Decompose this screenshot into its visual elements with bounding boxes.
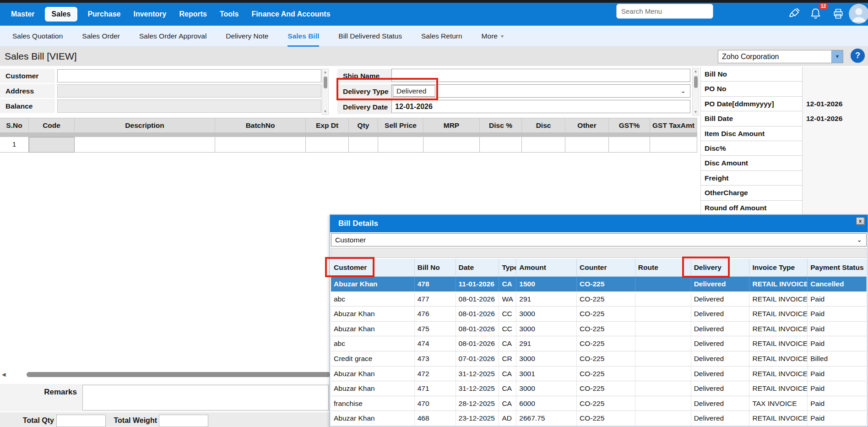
items-col-qty: Qty bbox=[349, 118, 378, 133]
items-table-hscroll[interactable] bbox=[0, 133, 697, 137]
printer-icon[interactable] bbox=[832, 8, 845, 20]
bill-details-row[interactable]: Abuzar Khan47231-12-2025CA3001CO-225Deli… bbox=[331, 367, 867, 382]
scroll-up-icon[interactable]: ▲ bbox=[322, 70, 328, 74]
cell-date: 31-12-2025 bbox=[456, 381, 499, 396]
help-icon[interactable]: ? bbox=[851, 49, 865, 63]
nav-item-purchase[interactable]: Purchase bbox=[87, 10, 120, 18]
cell-route bbox=[635, 322, 691, 336]
tab-more[interactable]: More▾ bbox=[482, 26, 504, 47]
cell-route bbox=[635, 411, 691, 426]
tab-items: Sales QuotationSales OrderSales Order Ap… bbox=[12, 26, 504, 47]
cell-amount: 3000 bbox=[516, 381, 577, 396]
cell-date: 07-01-2026 bbox=[456, 351, 499, 366]
tab-sales-bill[interactable]: Sales Bill bbox=[288, 26, 319, 47]
bill-details-col-delivery[interactable]: Delivery bbox=[691, 259, 750, 276]
summary-value[interactable]: 12-01-2026 bbox=[806, 97, 842, 111]
search-input[interactable] bbox=[616, 4, 713, 19]
scroll-up-icon[interactable]: ▲ bbox=[693, 69, 699, 73]
remarks-input[interactable] bbox=[82, 385, 329, 411]
nav-item-sales[interactable]: Sales bbox=[45, 7, 78, 22]
items-cell-other[interactable] bbox=[565, 137, 609, 153]
scroll-down-icon[interactable]: ▼ bbox=[322, 109, 328, 114]
bill-details-row[interactable]: abc47708-01-2026WA291CO-225DeliveredRETA… bbox=[331, 292, 867, 307]
tab-sales-quotation[interactable]: Sales Quotation bbox=[12, 26, 63, 47]
items-cell-gst[interactable] bbox=[609, 137, 650, 153]
caret-down-icon: ▾ bbox=[501, 33, 504, 39]
bill-details-row[interactable]: Abuzar Khan47508-01-2026CC3000CO-225Deli… bbox=[331, 322, 867, 337]
form-right-scrollbar[interactable]: ▲ ▼ bbox=[692, 68, 699, 115]
modal-title-bar: Bill Details x bbox=[330, 215, 868, 232]
cell-invoice-type: RETAIL INVOICE bbox=[749, 411, 808, 426]
summary-value[interactable]: 12-01-2026 bbox=[806, 111, 842, 126]
bill-details-col-payment-status[interactable]: Payment Status bbox=[808, 259, 867, 276]
customer-input[interactable] bbox=[57, 69, 321, 82]
items-col-disc-amount: Disc Amount bbox=[522, 118, 565, 133]
items-cell-s-no[interactable]: 1 bbox=[0, 137, 29, 153]
items-cell-description[interactable] bbox=[75, 137, 215, 153]
bill-details-row[interactable]: Credit grace47307-01-2026CR3000CO-225Del… bbox=[331, 351, 867, 367]
company-select[interactable]: Zoho Corporation ▼ bbox=[718, 50, 843, 63]
scrollbar-thumb[interactable] bbox=[27, 372, 331, 377]
items-cell-batchno[interactable] bbox=[215, 137, 306, 153]
close-icon[interactable]: x bbox=[856, 217, 864, 224]
total-weight-input[interactable] bbox=[159, 415, 208, 427]
items-cell-disc[interactable] bbox=[480, 137, 522, 153]
nav-item-inventory[interactable]: Inventory bbox=[133, 10, 166, 18]
items-cell-disc-amount[interactable] bbox=[522, 137, 565, 153]
paintbrush-icon[interactable] bbox=[788, 7, 801, 19]
scrollbar-thumb[interactable] bbox=[694, 76, 698, 88]
cell-type: CR bbox=[499, 351, 516, 366]
tab-delivery-note[interactable]: Delivery Note bbox=[226, 26, 268, 47]
bill-details-row[interactable]: Abuzar Khan47131-12-2025CA3000CO-225Deli… bbox=[331, 381, 867, 396]
bill-details-col-route[interactable]: Route bbox=[635, 259, 691, 276]
tab-sales-return[interactable]: Sales Return bbox=[421, 26, 462, 47]
bill-details-col-type[interactable]: Type bbox=[499, 259, 516, 276]
bill-details-row[interactable]: abc47408-01-2026CA291CO-225DeliveredRETA… bbox=[331, 336, 867, 351]
total-qty-input[interactable] bbox=[56, 415, 106, 427]
items-table-row[interactable]: 1 bbox=[0, 137, 697, 153]
nav-item-reports[interactable]: Reports bbox=[179, 10, 206, 18]
nav-item-master[interactable]: Master bbox=[11, 10, 35, 18]
items-cell-gst-taxamt[interactable] bbox=[650, 137, 697, 153]
bill-details-row[interactable]: franchise47028-12-2025CA6000CO-225Delive… bbox=[331, 396, 867, 411]
scrollbar-thumb[interactable] bbox=[324, 77, 327, 88]
bottom-horizontal-scrollbar[interactable]: ◀ bbox=[0, 371, 331, 378]
items-cell-mrp[interactable] bbox=[423, 137, 480, 153]
items-cell-qty[interactable] bbox=[349, 137, 378, 153]
items-cell-sell-price[interactable] bbox=[378, 137, 423, 153]
delivery-type-select[interactable]: Delivered ⌄ bbox=[391, 84, 690, 98]
ship-name-input[interactable] bbox=[391, 69, 690, 82]
cell-delivery: Delivered bbox=[691, 351, 750, 366]
bill-details-col-counter[interactable]: Counter bbox=[577, 259, 635, 276]
bill-details-col-customer[interactable]: Customer bbox=[331, 259, 415, 276]
form-left-scrollbar[interactable]: ▲ ▼ bbox=[322, 69, 329, 115]
cell-date: 08-01-2026 bbox=[456, 292, 499, 307]
scroll-left-icon[interactable]: ◀ bbox=[2, 372, 5, 378]
items-col-s-no: S.No bbox=[0, 118, 29, 133]
scroll-down-icon[interactable]: ▼ bbox=[693, 110, 699, 114]
bill-details-row[interactable]: Abuzar Khan46823-12-2025AD2667.75CO-225D… bbox=[331, 411, 867, 426]
nav-item-finance-and-accounts[interactable]: Finance And Accounts bbox=[251, 10, 330, 18]
cell-bill-no: 474 bbox=[415, 336, 456, 351]
tab-sales-order[interactable]: Sales Order bbox=[82, 26, 120, 47]
cell-route bbox=[635, 381, 691, 396]
nav-item-tools[interactable]: Tools bbox=[220, 10, 239, 18]
bill-details-col-amount[interactable]: Amount bbox=[516, 259, 577, 276]
cell-type: AD bbox=[499, 411, 516, 426]
bill-details-col-date[interactable]: Date bbox=[456, 259, 499, 276]
bill-details-col-bill-no[interactable]: Bill No bbox=[415, 259, 456, 276]
cell-route bbox=[635, 396, 691, 411]
bill-details-row[interactable]: Abuzar Khan47608-01-2026CC3000CO-225Deli… bbox=[331, 307, 867, 322]
bill-details-col-invoice-type[interactable]: Invoice Type bbox=[749, 259, 808, 276]
tab-sales-order-approval[interactable]: Sales Order Approval bbox=[139, 26, 206, 47]
tab-bill-delivered-status[interactable]: Bill Delivered Status bbox=[338, 26, 402, 47]
bill-details-row[interactable]: Abuzar Khan47811-01-2026CA1500CO-225Deli… bbox=[331, 277, 867, 292]
company-dropdown-button[interactable]: ▼ bbox=[831, 50, 843, 63]
cell-type: CA bbox=[499, 336, 516, 351]
items-cell-exp-dt[interactable] bbox=[306, 137, 349, 153]
delivery-date-input[interactable]: 12-01-2026 bbox=[391, 100, 690, 113]
avatar[interactable] bbox=[849, 4, 868, 24]
modal-customer-filter-select[interactable]: Customer ⌄ bbox=[331, 233, 867, 246]
items-cell-code[interactable] bbox=[29, 137, 75, 153]
summary-label: PO No bbox=[701, 82, 803, 96]
